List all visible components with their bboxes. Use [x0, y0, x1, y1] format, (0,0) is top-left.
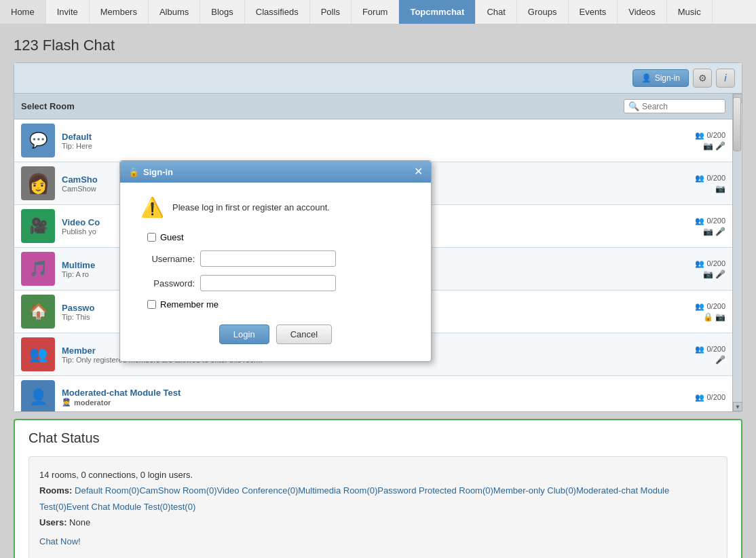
nav-music[interactable]: Music: [667, 0, 713, 24]
room-link-event[interactable]: Event Chat Module Test(0): [67, 502, 171, 512]
password-input[interactable]: [200, 275, 336, 291]
scrollbar-thumb[interactable]: [733, 97, 741, 151]
chat-now-link[interactable]: Chat Now!: [39, 534, 717, 549]
select-room-header: Select Room 🔍: [14, 94, 732, 119]
user-icon: 👤: [641, 73, 651, 83]
info-button[interactable]: i: [716, 69, 735, 88]
chat-container: 👤 Sign-in ⚙ i Select Room 🔍: [14, 62, 742, 412]
remember-label: Remember me: [160, 299, 219, 310]
nav-invite[interactable]: Invite: [46, 0, 90, 24]
room-link-password[interactable]: Password Protected Room(0): [377, 485, 493, 496]
chat-header: 👤 Sign-in ⚙ i: [14, 63, 742, 93]
modal-close-button[interactable]: ✕: [414, 166, 423, 177]
password-label: Password:: [140, 278, 195, 289]
nav-forum[interactable]: Forum: [352, 0, 400, 24]
top-navigation: Home Invite Members Albums Blogs Classif…: [0, 0, 756, 24]
password-group: Password:: [140, 275, 411, 291]
room-link-memberonly[interactable]: Member-only Club(0): [493, 485, 576, 496]
room-link-test[interactable]: test(0): [170, 502, 195, 512]
nav-videos[interactable]: Videos: [618, 0, 667, 24]
username-label: Username:: [140, 254, 195, 264]
room-link-camshow[interactable]: CamShow Room(0): [139, 485, 216, 496]
search-input[interactable]: [642, 102, 721, 111]
info-icon: i: [724, 73, 727, 83]
nav-polls[interactable]: Polls: [310, 0, 352, 24]
modal-title: 🔒 Sign-in: [128, 167, 173, 177]
signin-modal: 🔒 Sign-in ✕ ⚠️ Please log in first or re…: [119, 160, 432, 362]
login-button[interactable]: Login: [219, 324, 269, 344]
modal-overlay: 🔒 Sign-in ✕ ⚠️ Please log in first or re…: [14, 119, 732, 411]
room-scroll-area[interactable]: 💬 Default Tip: Here 👥 0/200 📷 🎤: [14, 119, 732, 411]
select-room-label: Select Room: [21, 101, 75, 111]
scrollbar-track: ▲ ▼: [732, 94, 742, 411]
nav-chat[interactable]: Chat: [476, 0, 516, 24]
status-summary: 14 rooms, 0 connections, 0 login users.: [39, 467, 717, 483]
nav-albums[interactable]: Albums: [149, 0, 200, 24]
chat-status-title: Chat Status: [29, 430, 727, 446]
lock-icon: 🔒: [128, 167, 139, 177]
room-link-multimedia[interactable]: Multimedia Room(0): [298, 485, 377, 496]
page-title: 123 Flash Chat: [0, 24, 756, 62]
cancel-button[interactable]: Cancel: [276, 324, 332, 344]
scrollbar-down-arrow[interactable]: ▼: [733, 402, 742, 411]
search-box: 🔍: [624, 99, 725, 113]
remember-checkbox[interactable]: [147, 300, 156, 309]
status-content: 14 rooms, 0 connections, 0 login users. …: [29, 456, 727, 558]
username-input[interactable]: [200, 250, 336, 267]
nav-groups[interactable]: Groups: [517, 0, 569, 24]
room-list-wrapper: Select Room 🔍 💬 Default Tip: Here 👥 0/: [14, 93, 742, 411]
nav-home[interactable]: Home: [0, 0, 46, 24]
nav-blogs[interactable]: Blogs: [200, 0, 245, 24]
nav-topcmmchat[interactable]: Topcmmchat: [399, 0, 476, 24]
username-group: Username:: [140, 250, 411, 267]
status-users-line: Users: None: [39, 515, 717, 530]
settings-button[interactable]: ⚙: [693, 69, 712, 88]
gear-icon: ⚙: [698, 73, 707, 83]
warning-icon: ⚠️: [140, 196, 164, 219]
room-list-main: Select Room 🔍 💬 Default Tip: Here 👥 0/: [14, 94, 732, 411]
nav-classifieds[interactable]: Classifieds: [245, 0, 310, 24]
nav-members[interactable]: Members: [90, 0, 149, 24]
signin-button[interactable]: 👤 Sign-in: [632, 69, 689, 87]
status-rooms-line: Rooms: Default Room(0)CamShow Room(0)Vid…: [39, 483, 717, 515]
modal-body: ⚠️ Please log in first or register an ac…: [120, 183, 431, 361]
modal-message: ⚠️ Please log in first or register an ac…: [140, 196, 411, 219]
nav-events[interactable]: Events: [569, 0, 618, 24]
guest-checkbox-group: Guest: [147, 232, 411, 242]
room-link-video[interactable]: Video Conference(0): [217, 485, 299, 496]
guest-label: Guest: [160, 232, 184, 242]
guest-checkbox[interactable]: [147, 233, 156, 242]
room-link-default[interactable]: Default Room(0): [75, 485, 139, 496]
search-icon: 🔍: [628, 101, 639, 111]
modal-header: 🔒 Sign-in ✕: [120, 161, 431, 183]
chat-status-section: Chat Status 14 rooms, 0 connections, 0 l…: [14, 419, 742, 558]
modal-footer: Login Cancel: [140, 318, 411, 348]
remember-checkbox-group: Remember me: [147, 299, 411, 310]
